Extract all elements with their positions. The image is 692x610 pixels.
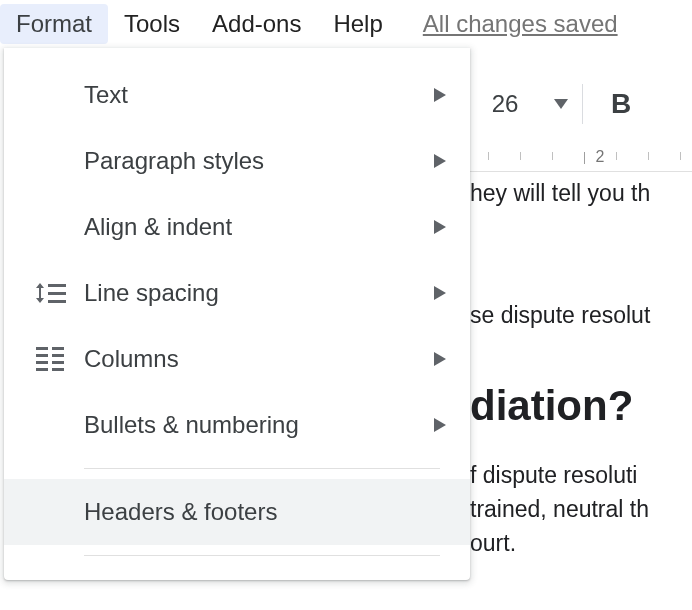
document-body[interactable]: hey will tell you th se dispute resolut … [470,176,692,560]
menuitem-bullets-numbering[interactable]: Bullets & numbering [4,392,470,458]
format-dropdown: Text Paragraph styles Align & indent Lin [4,48,470,580]
doc-heading: diation? [470,382,692,430]
columns-icon [36,347,84,371]
toolbar-separator [582,84,583,124]
font-size-input[interactable]: 26 [470,90,540,118]
svg-rect-4 [36,354,48,357]
chevron-right-icon [434,418,446,432]
doc-text: f dispute resoluti [470,458,692,492]
svg-rect-8 [52,354,64,357]
toolbar: 26 B [470,74,692,134]
menu-tools[interactable]: Tools [108,4,196,44]
menu-addons[interactable]: Add-ons [196,4,317,44]
menubar: Format Tools Add-ons Help All changes sa… [0,0,692,48]
doc-text: ourt. [470,526,692,560]
svg-rect-10 [52,368,64,371]
bold-button[interactable]: B [597,88,645,120]
menuitem-label: Line spacing [84,279,434,307]
svg-rect-3 [36,347,48,350]
ruler-number: 2 [596,148,605,166]
doc-text: hey will tell you th [470,176,692,210]
menuitem-label: Bullets & numbering [84,411,434,439]
menuitem-columns[interactable]: Columns [4,326,470,392]
menuitem-paragraph-styles[interactable]: Paragraph styles [4,128,470,194]
svg-rect-6 [36,368,48,371]
svg-rect-0 [48,284,66,287]
line-spacing-icon [36,280,84,306]
menu-help[interactable]: Help [317,4,398,44]
menu-format[interactable]: Format [0,4,108,44]
doc-text: se dispute resolut [470,298,692,332]
menuitem-align-indent[interactable]: Align & indent [4,194,470,260]
chevron-right-icon [434,88,446,102]
menuitem-line-spacing[interactable]: Line spacing [4,260,470,326]
menuitem-label: Align & indent [84,213,434,241]
menuitem-label: Text [84,81,434,109]
menuitem-label: Headers & footers [84,498,446,526]
svg-rect-7 [52,347,64,350]
svg-rect-2 [48,300,66,303]
menu-separator [84,555,440,556]
menuitem-label: Paragraph styles [84,147,434,175]
chevron-right-icon [434,286,446,300]
menuitem-text[interactable]: Text [4,62,470,128]
ruler[interactable]: 2 [470,146,692,172]
chevron-right-icon [434,154,446,168]
chevron-right-icon [434,220,446,234]
menu-separator [84,468,440,469]
svg-rect-1 [48,292,66,295]
svg-rect-9 [52,361,64,364]
save-status[interactable]: All changes saved [423,10,618,38]
menuitem-headers-footers[interactable]: Headers & footers [4,479,470,545]
font-size-dropdown-icon[interactable] [554,99,568,109]
doc-text: trained, neutral th [470,492,692,526]
menuitem-label: Columns [84,345,434,373]
chevron-right-icon [434,352,446,366]
svg-rect-5 [36,361,48,364]
